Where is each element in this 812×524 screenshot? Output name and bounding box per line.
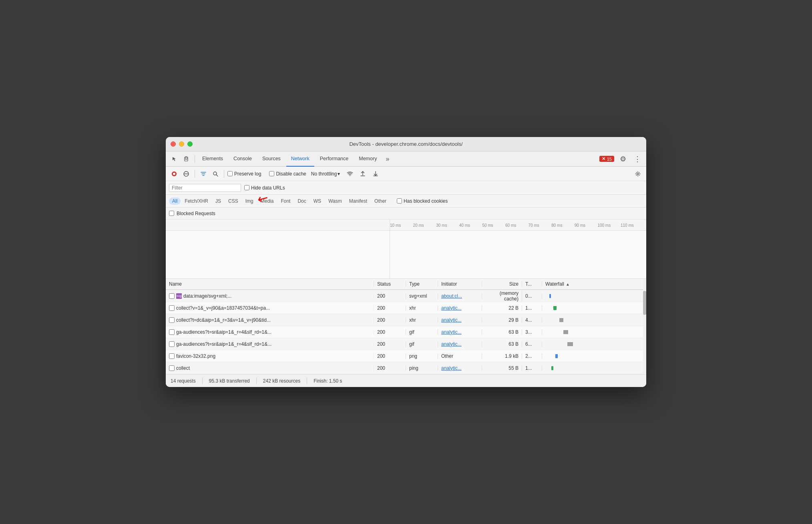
maximize-button[interactable] [187,141,193,147]
cell-waterfall-6 [542,366,646,370]
cell-name-3: ga-audiences?t=sr&aip=1&_r=4&slf_rd=1&..… [166,329,374,335]
close-button[interactable] [171,141,176,147]
cell-name-0: svg data:image/svg+xml;... [166,293,374,299]
devtools-window: DevTools - developer.chrome.com/docs/dev… [166,137,646,387]
filter-button[interactable] [198,169,209,179]
timeline-mark-110ms: 110 ms [621,223,634,227]
tab-performance[interactable]: Performance [315,151,354,167]
initiator-link-0[interactable]: about:cl... [441,293,462,299]
timeline-chart [166,231,646,279]
search-button[interactable] [210,169,221,179]
hide-data-urls-checkbox[interactable] [244,185,249,190]
sort-ascending-icon[interactable]: ▲ [566,282,570,286]
filter-type-manifest[interactable]: Manifest [346,198,370,205]
clear-button[interactable] [181,169,191,179]
error-badge: 15 [607,157,612,161]
initiator-link-2[interactable]: analytic... [441,317,462,323]
waterfall-bar-3 [563,330,568,334]
row-checkbox-0[interactable] [169,293,175,299]
cell-time-1: 1... [522,305,542,311]
filter-type-doc[interactable]: Doc [294,198,309,205]
filter-type-font[interactable]: Font [277,198,293,205]
tab-elements[interactable]: Elements [197,151,228,167]
cell-initiator-1: analytic... [438,305,482,311]
filter-type-media[interactable]: Media [257,198,277,205]
upload-icon[interactable] [358,169,368,179]
row-checkbox-4[interactable] [169,341,175,347]
initiator-link-3[interactable]: analytic... [441,329,462,335]
row-checkbox-5[interactable] [169,353,175,359]
table-row[interactable]: collect 200 ping analytic... 55 B 1... [166,362,646,374]
timeline-mark-30ms: 30 ms [436,223,447,227]
filter-type-ws[interactable]: WS [310,198,324,205]
table-row[interactable]: ga-audiences?t=sr&aip=1&_r=4&slf_rd=1&..… [166,326,646,338]
tab-sources[interactable]: Sources [257,151,285,167]
timeline-chart-left [166,231,390,278]
timeline-mark-50ms: 50 ms [482,223,493,227]
cell-waterfall-5 [542,354,646,358]
cell-type-4: gif [406,341,438,347]
record-button[interactable] [169,169,179,179]
scrollbar-track [643,279,646,374]
table-row[interactable]: favicon-32x32.png 200 png Other 1.9 kB 2… [166,350,646,362]
network-settings-icon[interactable] [633,169,643,179]
cell-waterfall-3 [542,330,646,334]
filter-type-img[interactable]: Img [242,198,257,205]
filter-type-fetch-xhr[interactable]: Fetch/XHR [181,198,211,205]
waterfall-bar-0 [549,294,551,298]
tab-network[interactable]: Network [286,151,314,167]
initiator-link-6[interactable]: analytic... [441,365,462,371]
footer-transferred: 95.3 kB transferred [209,378,250,384]
cell-name-6: collect [166,365,374,371]
disable-cache-checkbox[interactable] [269,171,274,176]
timeline-mark-80ms: 80 ms [551,223,562,227]
footer-requests: 14 requests [171,378,196,384]
scrollbar-thumb[interactable] [643,291,646,315]
cell-time-5: 2... [522,353,542,359]
cell-status-2: 200 [374,317,406,323]
more-options-icon[interactable]: ⋮ [632,153,643,165]
initiator-link-4[interactable]: analytic... [441,341,462,347]
pointer-tool-icon[interactable] [169,153,180,165]
initiator-link-1[interactable]: analytic... [441,305,462,311]
table-row[interactable]: collect?v=1&_v=j90&a=1837457034&t=pa... … [166,302,646,314]
cell-status-3: 200 [374,329,406,335]
cell-name-5: favicon-32x32.png [166,353,374,359]
minimize-button[interactable] [179,141,184,147]
cell-initiator-3: analytic... [438,329,482,335]
more-tabs-button[interactable]: » [382,155,392,163]
table-row[interactable]: ga-audiences?t=sr&aip=1&_r=4&slf_rd=1&..… [166,338,646,350]
blocked-requests-checkbox[interactable] [169,211,174,216]
cell-type-5: png [406,353,438,359]
throttle-dropdown[interactable]: No throttling ▾ [311,171,340,177]
download-icon[interactable] [370,169,381,179]
filter-type-css[interactable]: CSS [225,198,241,205]
filter-input[interactable] [169,184,241,192]
table-row[interactable]: svg data:image/svg+xml;... 200 svg+xml a… [166,290,646,302]
row-checkbox-6[interactable] [169,365,175,371]
device-toolbar-icon[interactable] [181,153,192,165]
network-table: Name Status Type Initiator Size T... Wat… [166,279,646,374]
preserve-log-label: Preserve log [227,171,261,177]
has-blocked-cookies-label: Has blocked cookies [404,198,448,204]
filter-type-wasm[interactable]: Wasm [325,198,345,205]
wifi-icon[interactable] [345,169,355,179]
row-checkbox-2[interactable] [169,317,175,323]
row-checkbox-1[interactable] [169,305,175,311]
tab-memory[interactable]: Memory [354,151,382,167]
disable-cache-label: Disable cache [269,171,306,177]
filter-type-all[interactable]: All [169,198,181,205]
table-row[interactable]: collect?t=dc&aip=1&_r=3&v=1&_v=j90&tid..… [166,314,646,326]
network-icons-group [345,169,381,179]
filter-type-other[interactable]: Other [371,198,390,205]
window-title: DevTools - developer.chrome.com/docs/dev… [349,141,462,147]
filter-type-js[interactable]: JS [212,198,224,205]
cell-waterfall-1 [542,306,646,310]
cell-time-4: 6... [522,341,542,347]
preserve-log-checkbox[interactable] [227,171,233,176]
has-blocked-cookies-checkbox[interactable] [397,198,402,204]
tab-console[interactable]: Console [229,151,257,167]
row-checkbox-3[interactable] [169,329,175,335]
cell-waterfall-2 [542,318,646,322]
settings-gear-icon[interactable]: ⚙ [617,153,629,165]
